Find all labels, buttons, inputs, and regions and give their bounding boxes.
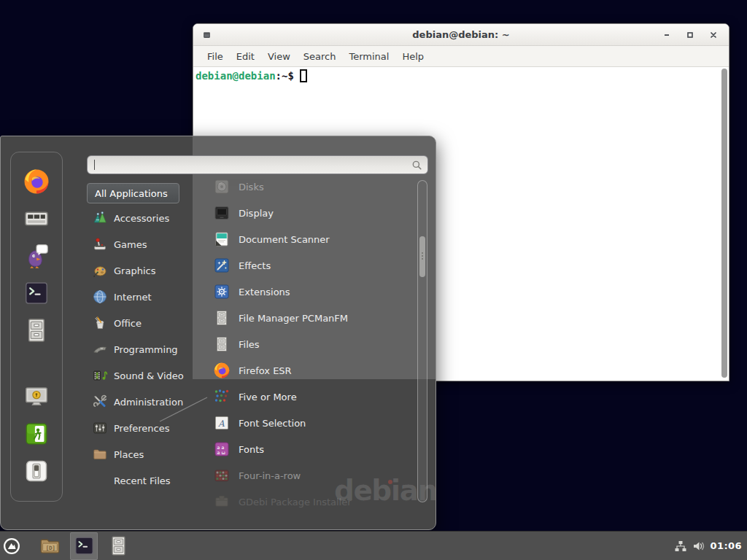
four-in-a-row-icon xyxy=(213,467,231,484)
system-tray: 01:06 xyxy=(674,540,747,553)
app-four-in-a-row[interactable]: Four-in-a-row xyxy=(209,462,416,489)
app-file-manager-pcmanfm[interactable]: File Manager PCManFM xyxy=(209,305,416,331)
app-label: GDebi Package Installer xyxy=(239,497,352,508)
terminal-menu-terminal[interactable]: Terminal xyxy=(342,51,395,62)
terminal-menu-file[interactable]: File xyxy=(201,51,230,62)
search-input[interactable] xyxy=(95,158,411,172)
svg-text:[D]: [D] xyxy=(45,545,55,551)
taskbar-menu-button[interactable] xyxy=(2,532,21,560)
terminal-menubar: FileEditViewSearchTerminalHelp xyxy=(193,46,729,67)
category-games[interactable]: Games xyxy=(87,231,198,257)
display-icon xyxy=(213,204,231,222)
category-preferences[interactable]: Preferences xyxy=(87,415,198,441)
terminal-menu-view[interactable]: View xyxy=(261,51,297,62)
administration-icon xyxy=(92,394,108,410)
firefox-icon xyxy=(23,168,50,195)
category-sound-video[interactable]: Sound & Video xyxy=(87,362,198,389)
volume-icon[interactable] xyxy=(692,540,705,553)
preferences-icon xyxy=(92,420,108,436)
category-accessories[interactable]: Accessories xyxy=(87,205,198,231)
category-office[interactable]: Office xyxy=(87,310,198,336)
clock[interactable]: 01:06 xyxy=(711,540,742,551)
terminal-menu-help[interactable]: Help xyxy=(395,51,430,62)
app-extensions[interactable]: Extensions xyxy=(209,279,416,305)
terminal-menu-edit[interactable]: Edit xyxy=(230,51,261,62)
logout-button[interactable] xyxy=(23,421,50,447)
pidgin-icon xyxy=(23,242,50,270)
file-cabinet-icon xyxy=(213,309,231,327)
app-list-scrollbar-thumb[interactable] xyxy=(419,236,425,277)
terminal-titlebar[interactable]: debian@debian: ~ xyxy=(193,24,729,46)
app-font-selection[interactable]: AFont Selection xyxy=(209,410,416,436)
app-label: Document Scanner xyxy=(239,234,330,245)
file-cabinet-icon xyxy=(23,316,50,344)
category-list: All ApplicationsAccessoriesGamesGraphics… xyxy=(87,180,198,494)
five-or-more-icon xyxy=(213,388,231,405)
close-icon[interactable] xyxy=(710,31,717,39)
font-selection-icon: A xyxy=(213,414,231,432)
favorite-onboard-keyboard[interactable] xyxy=(23,205,50,233)
terminal-menu-search[interactable]: Search xyxy=(297,51,343,62)
shutdown-icon xyxy=(23,458,50,484)
accessories-icon xyxy=(92,210,108,226)
taskbar-terminal-launcher[interactable] xyxy=(70,532,98,560)
search-field[interactable] xyxy=(87,155,428,174)
app-label: Four-in-a-row xyxy=(239,470,301,481)
terminal-scrollbar-thumb[interactable] xyxy=(721,69,727,378)
taskbar-file-manager-launcher[interactable] xyxy=(104,532,132,560)
app-fonts[interactable]: a aa ωFonts xyxy=(209,436,416,462)
app-label: Font Selection xyxy=(239,418,306,429)
category-label: Accessories xyxy=(114,213,169,224)
gdebi-icon xyxy=(213,493,231,510)
search-icon xyxy=(411,160,422,171)
category-label: Programming xyxy=(114,344,178,355)
prompt-suffix: :~$ xyxy=(276,70,294,82)
taskbar-files-folder-launcher[interactable]: [D] xyxy=(36,532,63,560)
app-label: Display xyxy=(239,208,274,219)
category-label: Preferences xyxy=(114,423,169,434)
terminal-scrollbar[interactable] xyxy=(721,69,727,378)
app-disks[interactable]: Disks xyxy=(209,174,416,200)
application-menu: debian All ApplicationsAccessoriesGamesG… xyxy=(0,136,436,530)
app-document-scanner[interactable]: Document Scanner xyxy=(209,226,416,252)
app-gdebi-package-installer[interactable]: GDebi Package Installer xyxy=(209,489,416,515)
app-label: Five or More xyxy=(239,392,297,402)
graphics-icon xyxy=(92,262,108,279)
app-files[interactable]: Files xyxy=(209,331,416,357)
folder-icon: [D] xyxy=(39,534,61,557)
sound-video-icon xyxy=(92,368,108,384)
app-label: Effects xyxy=(239,260,271,271)
logout-icon xyxy=(23,421,50,447)
window-title: debian@debian: ~ xyxy=(193,29,729,40)
lock-screen-icon xyxy=(23,384,50,410)
terminal-icon xyxy=(73,534,96,557)
category-graphics[interactable]: Graphics xyxy=(87,257,198,284)
category-administration[interactable]: Administration xyxy=(87,389,198,415)
lock-screen-button[interactable] xyxy=(23,384,50,410)
app-list-scrollbar[interactable] xyxy=(417,180,427,502)
category-label: Graphics xyxy=(114,265,155,276)
maximize-icon[interactable] xyxy=(686,31,694,39)
shell-prompt: debian@debian:~$ xyxy=(196,69,307,82)
effects-icon xyxy=(213,257,231,274)
favorite-file-cabinet[interactable] xyxy=(23,316,50,344)
app-firefox-esr[interactable]: Firefox ESR xyxy=(209,357,416,384)
favorite-terminal[interactable] xyxy=(23,279,50,307)
category-label: Internet xyxy=(114,292,152,303)
favorite-firefox[interactable] xyxy=(23,168,50,195)
shutdown-button[interactable] xyxy=(23,458,50,484)
category-all-applications[interactable]: All Applications xyxy=(87,183,179,203)
app-five-or-more[interactable]: Five or More xyxy=(209,384,416,410)
places-icon xyxy=(92,446,108,462)
minimize-icon[interactable] xyxy=(663,31,670,39)
category-recent-files[interactable]: Recent Files xyxy=(87,467,198,494)
network-icon[interactable] xyxy=(674,540,687,553)
category-places[interactable]: Places xyxy=(87,441,198,467)
app-display[interactable]: Display xyxy=(209,200,416,226)
category-programming[interactable]: Programming xyxy=(87,336,198,362)
taskbar: [D] 01:06 xyxy=(0,531,747,560)
favorite-pidgin[interactable] xyxy=(23,242,50,270)
category-internet[interactable]: Internet xyxy=(87,284,198,310)
app-effects[interactable]: Effects xyxy=(209,252,416,279)
games-icon xyxy=(92,236,108,252)
